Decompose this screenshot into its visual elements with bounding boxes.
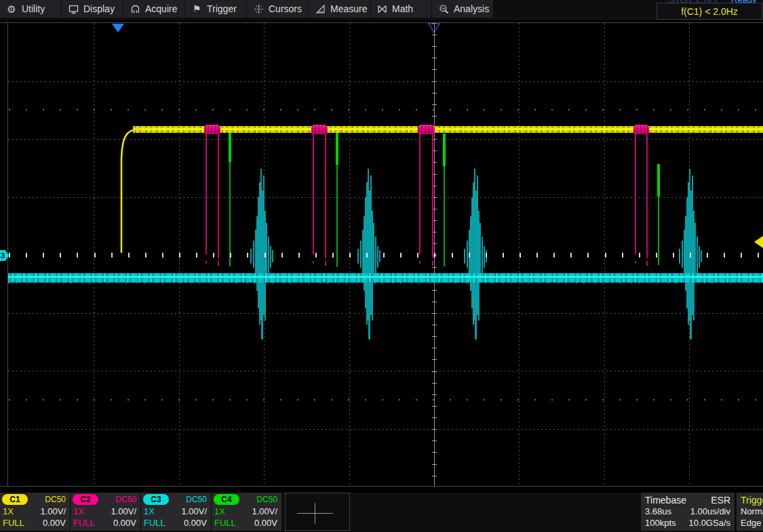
menu-item-display[interactable]: Display — [62, 0, 123, 18]
cursors-icon — [253, 3, 264, 14]
menu-item-acquire[interactable]: Acquire — [123, 0, 185, 18]
menu-item-label: Analysis — [454, 3, 489, 14]
crosshair-icon-vertical — [315, 503, 315, 524]
c2-c4-baseline-speckle — [8, 283, 763, 284]
menu-item-label: Display — [83, 3, 115, 14]
trigger-position-marker[interactable] — [112, 24, 124, 33]
channel-badge: C4 — [214, 494, 239, 505]
channel-coupling: DC50 — [256, 495, 277, 504]
menu-item-trigger[interactable]: ⚑Trigger — [185, 0, 247, 18]
channel-scale: 1.00V/ — [40, 506, 66, 516]
channel-scale: 1.00V/ — [111, 506, 136, 516]
channel-coupling: DC50 — [115, 495, 136, 504]
timebase-descriptor[interactable]: Timebase ESR 3.68us 1.00us/div 100kpts 1… — [641, 493, 735, 531]
trigger-label: Trigger — [741, 495, 763, 506]
acquire-icon — [130, 3, 140, 14]
flag-icon: ⚑ — [191, 3, 202, 14]
channel-offset: 0.00V — [113, 518, 136, 528]
menu: ⚙UtilityDisplayAcquire⚑TriggerCursorsMea… — [0, 0, 494, 18]
menu-item-label: Utility — [22, 3, 45, 14]
menu-item-label: Math — [392, 3, 413, 14]
status-bar: C1 DC50 1X 1.00V/ FULL 0.00V C2 DC50 1X … — [0, 493, 763, 532]
menu-item-utility[interactable]: ⚙Utility — [0, 0, 62, 18]
channel-offset: 0.00V — [43, 518, 66, 528]
menu-item-label: Measure — [330, 3, 367, 14]
trigger-mode: Normal — [741, 506, 763, 516]
channel-bandwidth: FULL — [3, 518, 24, 528]
channel-probe: 1X — [73, 506, 84, 516]
timebase-sample-rate: 10.0GSa/s — [689, 518, 730, 528]
trigger-frequency-box: f(C1) < 2.0Hz — [657, 3, 762, 20]
timebase-points: 100kpts — [645, 518, 676, 528]
channel-badge: C3 — [143, 494, 169, 505]
channel-box-c3[interactable]: C3 DC50 1X 1.00V/ FULL 0.00V — [141, 493, 211, 531]
channel-offset: 0.00V — [254, 518, 277, 528]
channel-offset: 0.00V — [184, 518, 207, 528]
channel-scale: 1.00V/ — [181, 506, 207, 516]
channel-badge: C1 — [2, 494, 28, 505]
measure-drop-zone[interactable] — [285, 493, 350, 531]
menu-item-analysis[interactable]: Analysis — [432, 0, 494, 18]
menu-item-math[interactable]: Math — [370, 0, 432, 18]
trigger-descriptor[interactable]: Trigger Normal Edge — [737, 493, 763, 531]
timebase-mode: ESR — [711, 495, 730, 506]
channel-box-c2[interactable]: C2 DC50 1X 1.00V/ FULL 0.00V — [71, 493, 140, 531]
channel-coupling: DC50 — [45, 495, 66, 504]
trigger-type: Edge — [741, 518, 761, 528]
channel-badge: C2 — [73, 494, 98, 505]
menu-item-label: Acquire — [145, 3, 177, 14]
channel-box-c1[interactable]: C1 DC50 1X 1.00V/ FULL 0.00V — [0, 493, 70, 531]
c2-burst-pulse — [418, 125, 435, 134]
channel-bandwidth: FULL — [144, 518, 165, 528]
channel-probe: 1X — [144, 506, 155, 516]
timebase-delay: 3.68us — [645, 506, 671, 516]
channel-box-c4[interactable]: C4 DC50 1X 1.00V/ FULL 0.00V — [212, 493, 281, 531]
analysis-icon — [438, 3, 449, 14]
channel-coupling: DC50 — [186, 495, 207, 504]
c3-trace-core — [8, 276, 763, 278]
c3-trace — [8, 273, 763, 283]
trigger-level-marker[interactable] — [754, 236, 763, 248]
menu-item-label: Cursors — [269, 3, 302, 14]
channel-bandwidth: FULL — [214, 518, 236, 528]
c2-burst-pulse — [204, 125, 220, 134]
menu-item-measure[interactable]: Measure — [309, 0, 370, 18]
c2-burst-pulse — [311, 125, 328, 134]
measure-icon — [315, 3, 326, 14]
channel-probe: 1X — [3, 506, 14, 516]
oscilloscope-screen: ⚙UtilityDisplayAcquire⚑TriggerCursorsMea… — [0, 0, 763, 532]
horizontal-reference-marker — [428, 23, 440, 33]
channel-bandwidth: FULL — [73, 518, 95, 528]
top-menu-bar: ⚙UtilityDisplayAcquire⚑TriggerCursorsMea… — [0, 0, 763, 20]
trigger-frequency-value: f(C1) < 2.0Hz — [681, 6, 738, 17]
timebase-label: Timebase — [645, 495, 686, 506]
c2-burst-pulse — [633, 125, 649, 134]
math-icon — [376, 3, 387, 14]
waveform-display[interactable]: 3 — [0, 22, 763, 487]
channel-probe: 1X — [214, 506, 225, 516]
timebase-scale: 1.00us/div — [690, 506, 730, 516]
menu-item-cursors[interactable]: Cursors — [247, 0, 309, 18]
menu-item-label: Trigger — [207, 3, 237, 14]
channel-scale: 1.00V/ — [252, 506, 277, 516]
gear-icon: ⚙ — [6, 3, 17, 14]
display-icon — [68, 3, 79, 14]
center-horizontal-axis-ticks — [9, 253, 763, 258]
